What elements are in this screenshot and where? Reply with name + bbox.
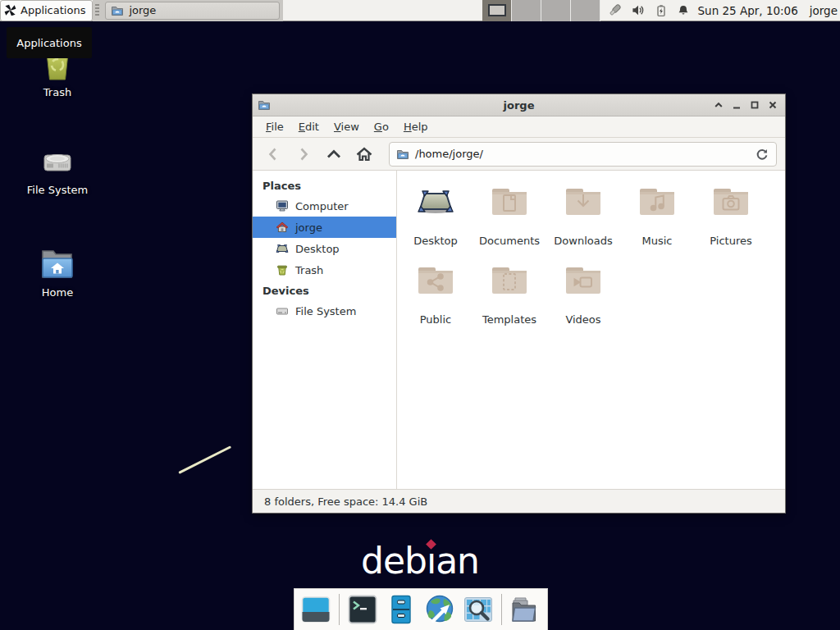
bottom-dock — [294, 588, 548, 630]
sidebar-item-label: jorge — [295, 221, 322, 234]
menu-file[interactable]: File — [258, 121, 291, 133]
dock-launcher-file-cabinet[interactable] — [386, 594, 417, 625]
applications-menu-label: Applications — [21, 4, 85, 16]
reload-icon[interactable] — [755, 147, 769, 162]
trash-icon — [276, 263, 289, 276]
folder-templates-icon — [490, 261, 529, 300]
workspace-2[interactable] — [512, 0, 541, 21]
sidebar-header-devices: Devices — [253, 281, 396, 300]
sidebar-item-trash[interactable]: Trash — [253, 259, 396, 281]
desktop-icon-home[interactable]: Home — [18, 243, 97, 299]
file-item-music[interactable]: Music — [620, 182, 694, 261]
file-item-label: Videos — [546, 313, 620, 326]
system-tray — [607, 2, 690, 18]
taskbar-handle[interactable] — [95, 4, 99, 17]
desktop-icon-label: Home — [18, 286, 97, 299]
close-button[interactable] — [767, 99, 778, 111]
window-title: jorge — [253, 99, 785, 112]
sidebar: Places Computer jorge Desktop TrashDevic… — [253, 171, 397, 489]
debian-logo-text-pre: deb — [361, 540, 427, 582]
dock-launcher-show-desktop[interactable] — [300, 594, 331, 625]
computer-icon — [276, 199, 289, 212]
window-body: Places Computer jorge Desktop TrashDevic… — [253, 171, 785, 489]
drive-icon — [276, 304, 289, 317]
input-device-icon[interactable] — [607, 2, 623, 18]
sidebar-item-file-system[interactable]: File System — [253, 300, 396, 322]
dock-separator — [339, 594, 340, 625]
folder-icon — [111, 4, 124, 17]
menu-help[interactable]: Help — [396, 121, 436, 133]
sidebar-item-desktop[interactable]: Desktop — [253, 238, 396, 259]
applications-tooltip: Applications — [7, 27, 92, 58]
home-icon — [276, 221, 289, 234]
window-controls — [713, 99, 785, 111]
dock-launcher-directory-menu[interactable] — [509, 594, 541, 625]
home-folder-icon — [38, 243, 77, 282]
applications-menu-button[interactable]: Applications — [0, 0, 93, 21]
folder-public-icon — [416, 261, 455, 300]
minimize-button[interactable] — [731, 99, 742, 111]
folder-documents-icon — [490, 182, 529, 221]
desktop-icon — [276, 242, 289, 255]
dock-launcher-terminal[interactable] — [347, 594, 378, 625]
window-titlebar[interactable]: jorge — [253, 94, 785, 116]
xfce-logo-icon — [3, 3, 17, 17]
panel-username[interactable]: jorge — [810, 4, 838, 17]
panel-clock[interactable]: Sun 25 Apr, 10:06 — [698, 4, 798, 17]
dock-separator — [501, 594, 502, 625]
debian-logo-text-post: an — [436, 540, 479, 582]
file-manager-window: jorge FileEditViewGoHelp /home/jorge/ Pl… — [253, 94, 785, 513]
taskbar-window-label: jorge — [129, 4, 156, 16]
statusbar: 8 folders, Free space: 14.4 GiB — [253, 489, 785, 513]
web-browser-icon — [424, 594, 455, 625]
location-path[interactable]: /home/jorge/ — [415, 148, 749, 160]
workspace-3[interactable] — [541, 0, 571, 21]
up-button[interactable] — [322, 144, 346, 165]
sidebar-item-computer[interactable]: Computer — [253, 195, 396, 217]
workspace-4[interactable] — [571, 0, 600, 21]
file-item-downloads[interactable]: Downloads — [546, 182, 620, 261]
file-item-label: Pictures — [694, 235, 768, 247]
folder-pictures-icon — [711, 182, 751, 221]
folder-downloads-icon — [564, 182, 603, 221]
desktop-icon-label: File System — [18, 184, 97, 196]
file-item-label: Templates — [472, 313, 546, 326]
shade-button[interactable] — [713, 99, 724, 111]
workspace-switcher[interactable] — [482, 0, 600, 21]
workspace-1[interactable] — [482, 0, 512, 21]
file-item-videos[interactable]: Videos — [546, 261, 620, 340]
home-nav-button[interactable] — [352, 144, 377, 165]
location-bar[interactable]: /home/jorge/ — [389, 142, 777, 167]
taskbar-window-button[interactable]: jorge — [105, 2, 280, 20]
back-button[interactable] — [261, 144, 285, 165]
menu-go[interactable]: Go — [367, 121, 396, 133]
desktop-icon-file-system[interactable]: File System — [18, 140, 97, 196]
sidebar-item-label: Desktop — [295, 243, 340, 255]
battery-icon[interactable] — [655, 4, 668, 17]
volume-icon[interactable] — [632, 3, 646, 17]
maximize-button[interactable] — [749, 99, 760, 111]
file-item-label: Public — [399, 313, 472, 326]
file-grid: Desktop Documents Downloads Music Pictur… — [397, 171, 785, 489]
file-item-templates[interactable]: Templates — [472, 261, 546, 340]
menu-view[interactable]: View — [326, 121, 367, 133]
file-item-desktop[interactable]: Desktop — [399, 182, 472, 261]
statusbar-text: 8 folders, Free space: 14.4 GiB — [264, 495, 427, 508]
file-item-documents[interactable]: Documents — [472, 182, 546, 261]
folder-videos-icon — [564, 261, 603, 300]
app-finder-icon — [463, 594, 494, 625]
menu-edit[interactable]: Edit — [291, 121, 326, 133]
file-cabinet-icon — [386, 594, 417, 625]
hard-drive-icon — [38, 140, 77, 180]
dock-launcher-web-browser[interactable] — [424, 594, 455, 625]
sidebar-item-jorge[interactable]: jorge — [253, 217, 396, 238]
forward-button[interactable] — [291, 144, 316, 165]
file-item-pictures[interactable]: Pictures — [694, 182, 768, 261]
sidebar-header-places: Places — [253, 176, 396, 195]
file-item-label: Downloads — [546, 235, 620, 247]
debian-logo: debıan — [338, 540, 502, 582]
dock-launcher-app-finder[interactable] — [463, 594, 494, 625]
file-item-public[interactable]: Public — [399, 261, 472, 340]
notifications-icon[interactable] — [677, 4, 690, 17]
file-item-label: Music — [620, 235, 694, 247]
